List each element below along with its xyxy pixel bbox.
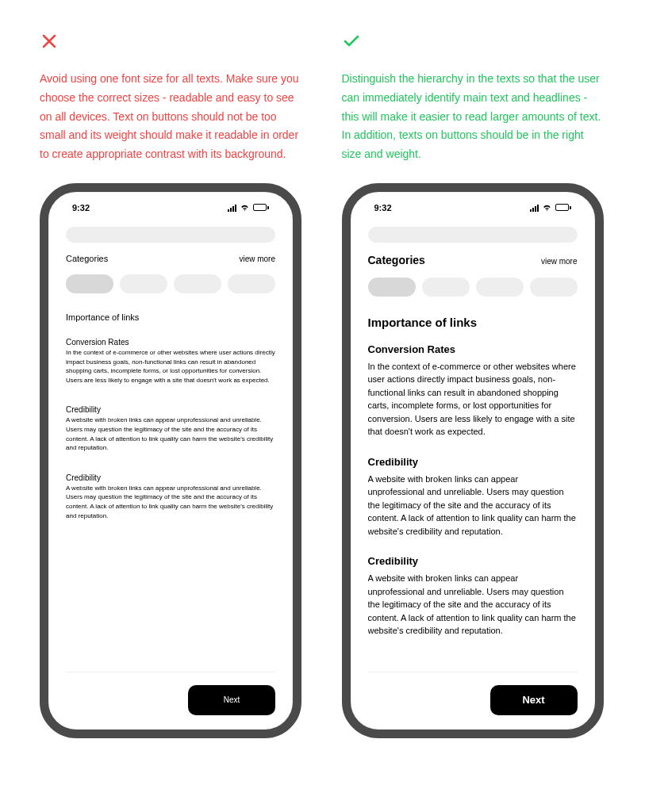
signal-icon	[228, 204, 236, 212]
status-icons	[228, 204, 269, 212]
phone-screen: 9:32 Categories view more	[48, 192, 293, 730]
content-block: Conversion Rates In the context of e-com…	[66, 338, 275, 385]
footer: Next	[66, 672, 275, 730]
signal-icon	[530, 204, 539, 212]
block-body: A website with broken links can appear u…	[368, 572, 578, 638]
section-title: Importance of links	[66, 312, 275, 322]
block-heading: Credibility	[66, 405, 275, 414]
chip[interactable]	[530, 278, 578, 297]
content-block: Credibility A website with broken links …	[66, 405, 275, 452]
block-body: A website with broken links can appear u…	[368, 473, 578, 538]
block-heading: Credibility	[368, 456, 578, 468]
wifi-icon	[542, 204, 552, 212]
chip[interactable]	[368, 278, 416, 297]
bad-description: Avoid using one font size for all texts.…	[40, 70, 304, 164]
view-more-link[interactable]: view more	[239, 255, 275, 263]
content-block: Credibility A website with broken links …	[66, 473, 275, 520]
block-body: In the context of e-commerce or other we…	[66, 348, 275, 385]
content-block: Credibility A website with broken links …	[368, 555, 578, 638]
wifi-icon	[240, 204, 250, 212]
content-block: Conversion Rates In the context of e-com…	[368, 343, 578, 439]
phone-frame-bad: 9:32 Categories view more	[40, 183, 301, 738]
categories-label: Categories	[66, 254, 108, 263]
status-time: 9:32	[374, 203, 392, 213]
good-description: Distinguish the hierarchy in the texts s…	[342, 70, 606, 164]
status-bar: 9:32	[66, 203, 275, 213]
search-bar-placeholder[interactable]	[66, 227, 275, 243]
view-more-link[interactable]: view more	[541, 257, 578, 266]
bad-example-column: Avoid using one font size for all texts.…	[40, 32, 304, 738]
block-heading: Conversion Rates	[368, 343, 578, 355]
block-body: In the context of e-commerce or other we…	[368, 360, 578, 439]
battery-icon	[253, 204, 269, 211]
chip[interactable]	[66, 274, 113, 293]
block-body: A website with broken links can appear u…	[66, 484, 275, 520]
good-example-column: Distinguish the hierarchy in the texts s…	[342, 32, 606, 738]
block-heading: Credibility	[368, 555, 578, 567]
status-bar: 9:32	[368, 203, 578, 213]
status-icons	[530, 204, 571, 212]
next-button[interactable]: Next	[490, 685, 578, 715]
chip[interactable]	[228, 274, 275, 293]
category-chips	[66, 274, 275, 293]
status-time: 9:32	[72, 203, 90, 213]
phone-frame-good: 9:32 Categories view more	[342, 183, 604, 738]
next-button[interactable]: Next	[188, 685, 275, 715]
footer: Next	[368, 672, 578, 730]
comparison-container: Avoid using one font size for all texts.…	[40, 32, 605, 738]
categories-header: Categories view more	[368, 254, 578, 266]
check-icon	[342, 32, 606, 54]
chip[interactable]	[422, 278, 470, 297]
battery-icon	[555, 204, 571, 211]
category-chips	[368, 278, 578, 297]
block-body: A website with broken links can appear u…	[66, 416, 275, 452]
section-title: Importance of links	[368, 316, 578, 329]
chip[interactable]	[120, 274, 167, 293]
chip[interactable]	[174, 274, 221, 293]
phone-screen: 9:32 Categories view more	[351, 192, 595, 730]
categories-label: Categories	[368, 254, 425, 266]
chip[interactable]	[476, 278, 524, 297]
search-bar-placeholder[interactable]	[368, 227, 578, 243]
block-heading: Conversion Rates	[66, 338, 275, 347]
cross-icon	[40, 32, 304, 54]
content-block: Credibility A website with broken links …	[368, 456, 578, 538]
block-heading: Credibility	[66, 473, 275, 482]
categories-header: Categories view more	[66, 254, 275, 263]
